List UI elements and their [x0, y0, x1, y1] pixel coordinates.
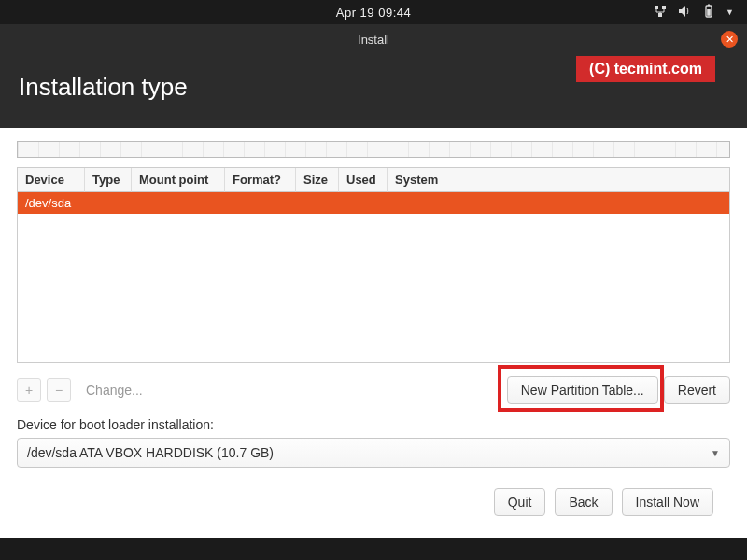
clock: Apr 19 09:44	[336, 6, 411, 20]
cell-device: /dev/sda	[18, 192, 85, 214]
watermark: (C) tecmint.com	[576, 56, 715, 82]
col-mount: Mount point	[132, 168, 225, 192]
partition-toolbar: + − Change... New Partition Table... Rev…	[17, 363, 730, 413]
revert-button[interactable]: Revert	[664, 376, 730, 404]
table-header: Device Type Mount point Format? Size Use…	[18, 168, 729, 192]
minus-icon: −	[55, 383, 63, 398]
quit-button[interactable]: Quit	[494, 488, 546, 516]
col-device: Device	[18, 168, 85, 192]
cell-used	[339, 192, 388, 214]
svg-rect-0	[655, 6, 658, 9]
cell-mount	[132, 192, 225, 214]
svg-rect-1	[662, 6, 666, 9]
window-title: Install	[358, 33, 389, 47]
change-button[interactable]: Change...	[77, 383, 152, 398]
cell-size	[296, 192, 339, 214]
cell-type	[85, 192, 132, 214]
partition-table[interactable]: Device Type Mount point Format? Size Use…	[17, 167, 730, 363]
bootloader-device-value: /dev/sda ATA VBOX HARDDISK (10.7 GB)	[27, 445, 274, 460]
window-titlebar: Install ✕	[0, 24, 747, 54]
install-now-button[interactable]: Install Now	[622, 488, 713, 516]
network-icon[interactable]	[653, 4, 668, 21]
col-type: Type	[85, 168, 132, 192]
battery-icon[interactable]	[701, 4, 716, 21]
volume-icon[interactable]	[677, 4, 692, 21]
back-button[interactable]: Back	[555, 488, 612, 516]
gnome-top-bar: Apr 19 09:44 ▼	[0, 0, 747, 24]
cell-format	[225, 192, 296, 214]
svg-rect-5	[708, 4, 710, 6]
close-icon: ✕	[726, 34, 734, 46]
new-partition-table-button[interactable]: New Partition Table...	[507, 376, 658, 404]
caret-down-icon[interactable]: ▼	[726, 7, 734, 17]
bootloader-label: Device for boot loader installation:	[17, 417, 730, 432]
system-tray[interactable]: ▼	[653, 4, 734, 21]
bootloader-device-select[interactable]: /dev/sda ATA VBOX HARDDISK (10.7 GB) ▼	[17, 438, 730, 468]
cell-system	[388, 192, 729, 214]
close-button[interactable]: ✕	[721, 31, 738, 48]
remove-partition-button[interactable]: −	[47, 378, 71, 402]
col-format: Format?	[225, 168, 296, 192]
bottom-bar	[0, 538, 747, 560]
col-used: Used	[339, 168, 388, 192]
col-size: Size	[296, 168, 339, 192]
disk-usage-bar	[17, 141, 730, 158]
svg-marker-3	[679, 6, 685, 17]
col-system: System	[388, 168, 729, 192]
wizard-footer: Quit Back Install Now	[17, 468, 730, 531]
plus-icon: +	[25, 383, 33, 398]
add-partition-button[interactable]: +	[17, 378, 41, 402]
table-row[interactable]: /dev/sda	[18, 192, 729, 214]
caret-down-icon: ▼	[711, 448, 720, 458]
svg-rect-6	[707, 9, 711, 16]
content-area: Device Type Mount point Format? Size Use…	[0, 128, 747, 531]
